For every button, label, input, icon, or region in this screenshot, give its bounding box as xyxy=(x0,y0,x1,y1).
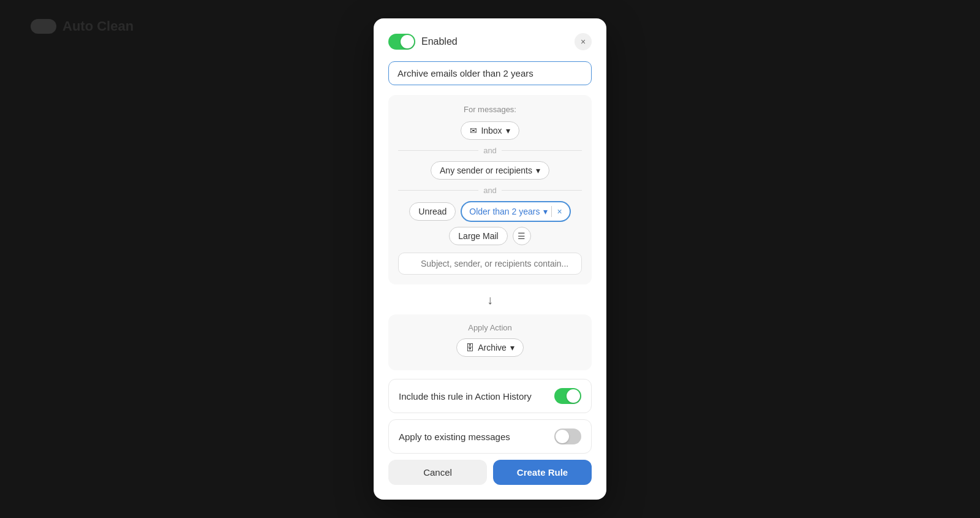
older-than-label: Older than 2 years xyxy=(469,207,540,216)
sender-chevron-icon: ▾ xyxy=(536,166,540,175)
and-divider-2: and xyxy=(398,186,582,195)
pill-divider xyxy=(551,206,552,217)
arrow-down-wrap: ↓ xyxy=(388,293,592,307)
sender-dropdown[interactable]: Any sender or recipients ▾ xyxy=(431,161,549,180)
older-than-pill[interactable]: Older than 2 years ▾ × xyxy=(461,201,570,222)
and-line-right-1 xyxy=(502,150,582,151)
apply-existing-row: Apply to existing messages xyxy=(388,419,592,454)
footer-buttons: Cancel Create Rule xyxy=(388,460,592,485)
unread-label: Unread xyxy=(418,207,447,216)
apply-action-label: Apply Action xyxy=(398,323,582,332)
large-mail-label: Large Mail xyxy=(458,231,498,241)
archive-chevron-icon: ▾ xyxy=(510,343,514,352)
and-text-1: and xyxy=(483,146,497,155)
enabled-label: Enabled xyxy=(421,36,458,47)
archive-row: 🗄 Archive ▾ xyxy=(398,338,582,357)
search-input[interactable] xyxy=(398,253,582,275)
rule-name-input[interactable] xyxy=(388,61,592,85)
arrow-down-icon: ↓ xyxy=(487,293,493,307)
rule-modal: Enabled × For messages: ✉ Inbox ▾ and An… xyxy=(374,18,606,500)
apply-existing-toggle[interactable] xyxy=(554,428,581,444)
for-messages-label: For messages: xyxy=(398,105,582,114)
create-rule-button[interactable]: Create Rule xyxy=(493,460,592,485)
modal-header: Enabled × xyxy=(388,33,592,50)
and-text-2: and xyxy=(483,186,497,195)
and-divider-1: and xyxy=(398,146,582,155)
header-left: Enabled xyxy=(388,34,458,50)
envelope-icon: ✉ xyxy=(470,126,477,135)
close-button[interactable]: × xyxy=(575,33,592,50)
archive-icon: 🗄 xyxy=(466,343,474,352)
older-than-close-button[interactable]: × xyxy=(557,207,562,216)
and-line-left-2 xyxy=(398,190,478,191)
and-line-left-1 xyxy=(398,150,478,151)
include-history-toggle[interactable] xyxy=(554,388,581,404)
apply-action-box: Apply Action 🗄 Archive ▾ xyxy=(388,314,592,370)
include-history-row: Include this rule in Action History xyxy=(388,379,592,413)
large-mail-button[interactable]: Large Mail xyxy=(449,227,507,245)
inbox-row: ✉ Inbox ▾ xyxy=(398,121,582,140)
archive-label: Archive xyxy=(478,343,507,352)
filter-options-button[interactable]: ☰ xyxy=(513,227,531,245)
unread-button[interactable]: Unread xyxy=(409,202,456,221)
and-line-right-2 xyxy=(502,190,582,191)
older-than-chevron-icon: ▾ xyxy=(543,207,548,216)
inbox-chevron-icon: ▾ xyxy=(506,126,510,135)
inbox-dropdown[interactable]: ✉ Inbox ▾ xyxy=(461,121,519,140)
filter-icon: ☰ xyxy=(518,231,526,241)
archive-dropdown[interactable]: 🗄 Archive ▾ xyxy=(456,338,524,357)
sender-label: Any sender or recipients xyxy=(440,166,532,175)
for-messages-box: For messages: ✉ Inbox ▾ and Any sender o… xyxy=(388,95,592,284)
inbox-label: Inbox xyxy=(481,126,502,135)
search-wrap: 🔍 xyxy=(398,253,582,275)
cancel-button[interactable]: Cancel xyxy=(388,460,487,485)
large-mail-row: Large Mail ☰ xyxy=(398,227,582,245)
include-history-label: Include this rule in Action History xyxy=(399,391,532,402)
apply-existing-label: Apply to existing messages xyxy=(399,432,510,442)
filter-row: Unread Older than 2 years ▾ × xyxy=(398,201,582,222)
sender-row: Any sender or recipients ▾ xyxy=(398,161,582,180)
enabled-toggle[interactable] xyxy=(388,34,415,50)
